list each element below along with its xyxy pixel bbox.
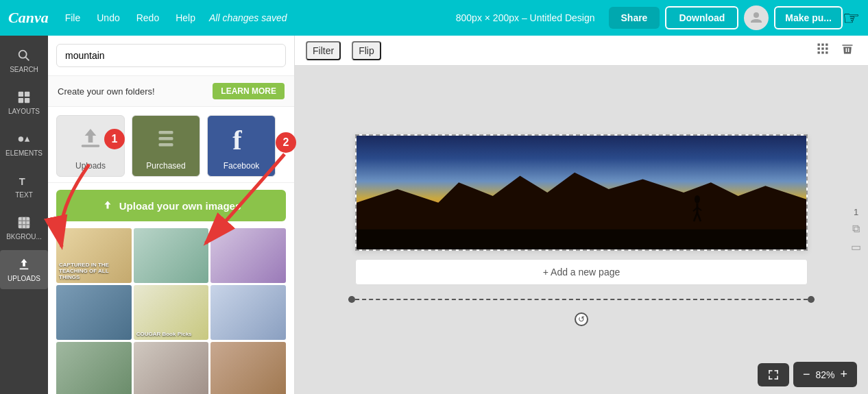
svg-rect-19 [159, 143, 173, 147]
toolbar-right [813, 39, 857, 62]
icon-sidebar: SEARCH LAYOUTS ELEMENTS T TEXT BKGROU...… [0, 36, 48, 394]
zoom-value: 82% [815, 369, 834, 380]
sidebar-item-uploads[interactable]: UPLOADS [0, 250, 48, 289]
svg-rect-4 [25, 92, 29, 97]
folder-tab-purchased[interactable]: Purchased [132, 115, 200, 177]
folders-banner: Create your own folders! LEARN MORE [48, 76, 294, 107]
canvas-toolbar: Filter Flip [295, 36, 868, 66]
fit-screen-icon [767, 369, 780, 381]
rotate-handle[interactable]: ↺ [575, 312, 588, 326]
facebook-folder-label: Facebook [224, 161, 260, 171]
selection-dashes-bottom [348, 299, 815, 300]
svg-rect-43 [769, 370, 770, 373]
top-bar: Canva File Undo Redo Help All changes sa… [0, 0, 868, 36]
redo-menu[interactable]: Redo [131, 10, 165, 26]
sunset-svg [357, 136, 806, 249]
uploads-folder-label: Uploads [75, 161, 106, 171]
purchased-folder-label: Purchased [146, 161, 185, 171]
svg-rect-6 [25, 98, 29, 103]
text-icon: T [16, 173, 32, 188]
sidebar-item-background[interactable]: BKGROU... [0, 208, 48, 247]
thumb-text-5: COUGAR Book Picks [136, 331, 206, 337]
svg-rect-3 [19, 92, 23, 97]
upload-thumb-4[interactable] [56, 285, 132, 340]
undo-menu[interactable]: Undo [91, 10, 125, 26]
svg-rect-22 [821, 44, 823, 46]
sidebar-item-elements[interactable]: ELEMENTS [0, 125, 48, 164]
grid-view-button[interactable] [813, 39, 832, 62]
file-menu[interactable]: File [60, 10, 86, 26]
upload-thumb-5[interactable]: COUGAR Book Picks [134, 285, 209, 340]
svg-rect-41 [357, 229, 806, 249]
cursor-icon: ☞ [843, 7, 860, 29]
page-number: 1 [854, 207, 858, 217]
folder-tabs: Uploads Purchased f [48, 107, 294, 183]
svg-rect-47 [769, 375, 770, 379]
help-menu[interactable]: Help [170, 10, 201, 26]
upload-thumb-7[interactable] [56, 342, 132, 394]
download-button[interactable]: Download [665, 6, 738, 29]
zoom-level-button[interactable]: − 82% + [793, 362, 857, 387]
delete-icon[interactable]: ▭ [851, 241, 861, 254]
canvas-frame[interactable] [355, 134, 808, 251]
sidebar-item-layouts[interactable]: LAYOUTS [0, 83, 48, 122]
facebook-icon: f [226, 124, 256, 154]
svg-text:f: f [232, 125, 242, 154]
trash-icon [841, 42, 854, 56]
elements-icon [16, 132, 32, 147]
layouts-icon [16, 90, 32, 105]
delete-page-button[interactable] [838, 39, 857, 62]
share-button[interactable]: Share [609, 7, 660, 29]
upload-thumb-2[interactable] [134, 228, 209, 283]
grid-icon [816, 42, 830, 56]
zoom-plus[interactable]: + [840, 367, 847, 382]
add-page-button[interactable]: + Add a new page [355, 259, 808, 285]
upload-button-wrapper: Upload your own images [48, 183, 294, 228]
canvas-image-sunset [357, 136, 806, 249]
upload-thumb-3[interactable] [210, 228, 286, 283]
page-sidebar: 1 ⧉ ▭ [851, 207, 868, 254]
upload-thumb-6[interactable] [210, 285, 286, 340]
svg-rect-23 [825, 44, 828, 46]
canvas-area: Filter Flip [295, 36, 868, 394]
folder-tab-facebook[interactable]: f Facebook [207, 115, 276, 177]
svg-rect-29 [825, 51, 828, 53]
search-input[interactable] [56, 44, 286, 67]
changes-saved-indicator: All changes saved [209, 12, 450, 23]
uploads-icon [16, 257, 32, 272]
copy-page-icon[interactable]: ⧉ [852, 223, 860, 235]
sidebar-item-text[interactable]: T TEXT [0, 167, 48, 206]
canva-logo: Canva [8, 9, 49, 27]
svg-marker-8 [25, 136, 29, 141]
learn-more-button[interactable]: LEARN MORE [213, 83, 285, 99]
svg-rect-17 [159, 131, 173, 134]
upload-icon [101, 199, 114, 212]
folders-text: Create your own folders! [58, 86, 155, 97]
canvas-wrap: + Add a new page ↺ 1 ⧉ ▭ [295, 66, 868, 394]
search-icon [16, 48, 32, 63]
upload-thumb-9[interactable] [210, 342, 286, 394]
upload-thumb-1[interactable]: CAPTURED IN THE TEACHING OF ALL THINGS [56, 228, 132, 283]
flip-button[interactable]: Flip [352, 41, 381, 60]
upload-thumb-8[interactable] [134, 342, 209, 394]
purchased-icon [154, 127, 178, 151]
main-content: SEARCH LAYOUTS ELEMENTS T TEXT BKGROU...… [0, 36, 868, 394]
canvas-container: + Add a new page ↺ [348, 134, 815, 326]
folder-tab-uploads[interactable]: Uploads [56, 115, 125, 177]
svg-text:T: T [19, 176, 25, 187]
bottom-toolbar: − 82% + [758, 362, 857, 387]
purchased-folder-bg [132, 116, 200, 162]
zoom-minus[interactable]: − [803, 367, 810, 382]
filter-button[interactable]: Filter [306, 41, 341, 60]
svg-point-7 [19, 136, 23, 141]
make-public-button[interactable]: Make pu... [774, 6, 843, 29]
zoom-controls[interactable] [758, 363, 789, 386]
sidebar-item-search[interactable]: SEARCH [0, 41, 48, 80]
upload-images-button[interactable]: Upload your own images [56, 190, 286, 221]
svg-point-0 [754, 12, 759, 18]
svg-line-2 [25, 57, 29, 60]
user-avatar[interactable] [744, 5, 769, 30]
facebook-folder-bg: f [208, 116, 275, 162]
svg-rect-27 [818, 51, 820, 53]
svg-rect-18 [159, 137, 173, 140]
